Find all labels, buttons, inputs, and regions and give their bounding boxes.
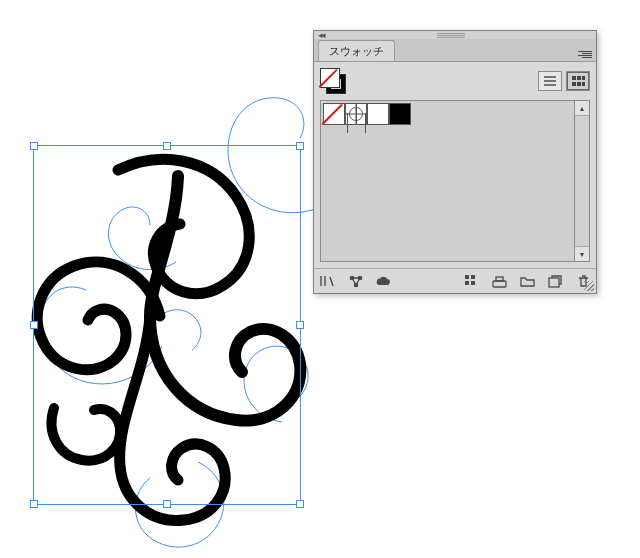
handle-n[interactable] bbox=[163, 142, 171, 150]
folder-icon bbox=[520, 275, 535, 287]
handle-s[interactable] bbox=[163, 500, 171, 508]
svg-rect-7 bbox=[577, 82, 581, 86]
panel-menu-button[interactable] bbox=[574, 47, 592, 61]
swatch-none[interactable] bbox=[323, 103, 345, 125]
swatches-panel: ◂◂ スウォッチ bbox=[313, 30, 597, 294]
svg-rect-21 bbox=[493, 281, 506, 287]
handle-ne[interactable] bbox=[296, 142, 304, 150]
new-group-icon bbox=[492, 275, 507, 288]
swatch-libraries-button[interactable]: . bbox=[318, 272, 336, 290]
panel-resize-grip[interactable] bbox=[584, 281, 594, 291]
svg-rect-4 bbox=[577, 76, 581, 80]
svg-line-11 bbox=[330, 277, 333, 286]
svg-rect-17 bbox=[471, 275, 475, 279]
libraries-icon: . bbox=[319, 274, 335, 288]
scroll-down-button[interactable]: ▾ bbox=[575, 246, 589, 261]
list-view-button[interactable] bbox=[538, 71, 562, 91]
cloud-button[interactable] bbox=[374, 272, 392, 290]
kuler-button[interactable] bbox=[346, 272, 364, 290]
list-icon bbox=[543, 75, 557, 87]
svg-rect-8 bbox=[582, 82, 585, 86]
new-color-group-button[interactable] bbox=[490, 272, 508, 290]
share-icon bbox=[348, 274, 363, 289]
handle-e[interactable] bbox=[296, 321, 304, 329]
panel-tabbar: スウォッチ bbox=[314, 39, 596, 62]
tab-label: スウォッチ bbox=[329, 45, 384, 57]
scroll-up-button[interactable]: ▴ bbox=[575, 101, 589, 116]
swatch-white[interactable] bbox=[367, 103, 389, 125]
svg-rect-16 bbox=[465, 275, 469, 279]
new-swatch-button[interactable] bbox=[546, 272, 564, 290]
handle-se[interactable] bbox=[296, 500, 304, 508]
swatch-black[interactable] bbox=[389, 103, 411, 125]
fill-swatch-icon[interactable] bbox=[320, 68, 340, 88]
handle-nw[interactable] bbox=[30, 142, 38, 150]
tab-swatches[interactable]: スウォッチ bbox=[318, 40, 395, 61]
new-folder-button[interactable] bbox=[518, 272, 536, 290]
grid-view-button[interactable] bbox=[566, 71, 590, 91]
svg-rect-6 bbox=[572, 82, 576, 86]
kinds-icon: . bbox=[464, 274, 479, 288]
selection-bbox[interactable] bbox=[33, 145, 301, 505]
panel-gripper[interactable]: ◂◂ bbox=[314, 31, 596, 39]
fill-stroke-indicator[interactable] bbox=[320, 68, 346, 94]
swatch-registration[interactable] bbox=[345, 103, 367, 125]
grid-icon bbox=[571, 75, 585, 87]
svg-rect-18 bbox=[465, 281, 469, 285]
swatch-scrollbar[interactable]: ▴ ▾ bbox=[574, 101, 589, 261]
new-icon bbox=[548, 275, 562, 288]
grip-lines-icon bbox=[437, 33, 465, 38]
panel-body: ▴ ▾ bbox=[314, 62, 596, 268]
panel-footer: . . bbox=[314, 268, 596, 293]
canvas[interactable]: ◂◂ スウォッチ bbox=[0, 0, 640, 558]
collapse-arrows-icon[interactable]: ◂◂ bbox=[318, 30, 324, 40]
cloud-icon bbox=[375, 275, 392, 287]
show-swatch-kinds-button[interactable]: . bbox=[462, 272, 480, 290]
swatch-list[interactable]: ▴ ▾ bbox=[320, 100, 590, 262]
svg-rect-23 bbox=[549, 278, 559, 287]
view-mode-buttons bbox=[538, 71, 590, 91]
handle-sw[interactable] bbox=[30, 500, 38, 508]
svg-rect-5 bbox=[582, 76, 585, 80]
handle-w[interactable] bbox=[30, 321, 38, 329]
svg-rect-3 bbox=[572, 76, 576, 80]
svg-rect-22 bbox=[496, 277, 503, 281]
svg-rect-19 bbox=[471, 281, 475, 285]
